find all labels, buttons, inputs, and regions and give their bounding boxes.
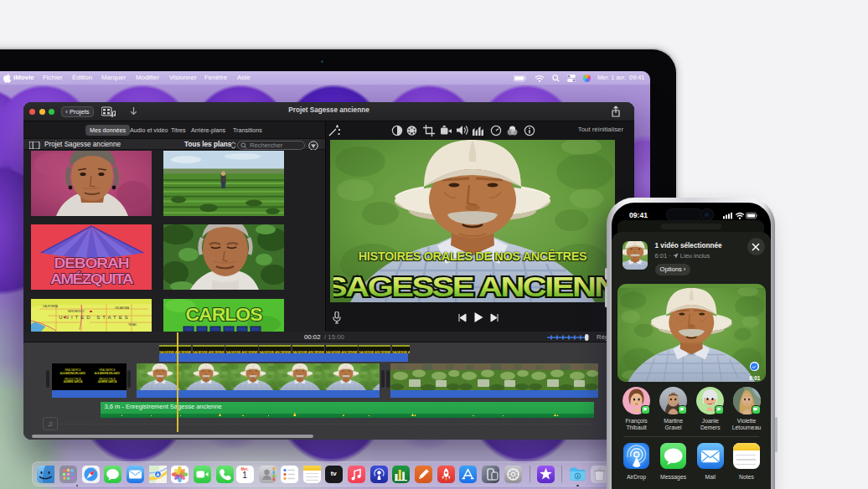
svg-text:AMÉZQUITA: AMÉZQUITA <box>50 270 133 287</box>
svg-text:SAGESSE ANCIENNE: SAGESSE ANCIENNE <box>333 271 615 302</box>
svg-text:OKLAHOMA: OKLAHOMA <box>115 306 129 310</box>
svg-text:DEBORAH: DEBORAH <box>54 255 128 271</box>
svg-text:CARLOS: CARLOS <box>185 305 261 325</box>
svg-text:NEW MEXICO: NEW MEXICO <box>68 310 85 313</box>
svg-text:TEXAS: TEXAS <box>128 323 137 327</box>
svg-text:CALIFORNIA: CALIFORNIA <box>43 305 58 308</box>
svg-text:UNITED STATES: UNITED STATES <box>59 315 130 320</box>
